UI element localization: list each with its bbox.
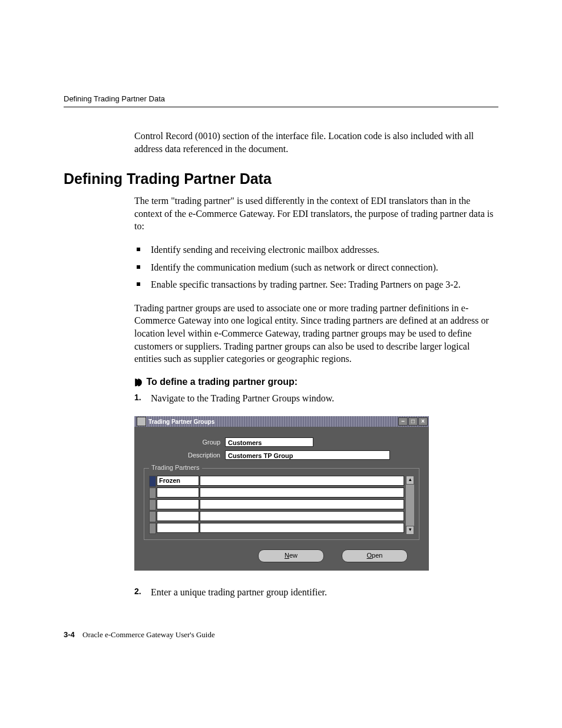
system-menu-icon[interactable] <box>137 417 146 426</box>
group-input[interactable]: Customers <box>225 437 313 447</box>
list-item: Identify sending and receiving electroni… <box>134 243 498 256</box>
table-row[interactable] <box>149 499 404 510</box>
description-input[interactable]: Customers TP Group <box>225 450 390 460</box>
partner-name-cell[interactable] <box>157 523 199 533</box>
row-selector-icon[interactable] <box>149 476 156 487</box>
paragraph-2: Trading partner groups are used to assoc… <box>64 302 498 365</box>
row-selector-icon[interactable] <box>149 511 156 522</box>
trading-partners-fieldset: Trading Partners Frozen Food <box>144 468 419 540</box>
row-selector-icon[interactable] <box>149 523 156 534</box>
scroll-down-icon[interactable]: ▾ <box>406 526 414 535</box>
procedure-title: To define a trading partner group: <box>146 377 297 387</box>
partner-desc-cell[interactable] <box>200 476 404 486</box>
new-button[interactable]: New <box>258 549 324 562</box>
description-label: Description <box>144 452 225 459</box>
paragraph-1: The term "trading partner" is used diffe… <box>64 195 498 233</box>
partner-desc-cell[interactable] <box>200 487 404 498</box>
row-selector-icon[interactable] <box>149 499 156 510</box>
partner-name-cell[interactable] <box>157 487 199 498</box>
partner-name-cell[interactable] <box>157 499 199 509</box>
step-1: Navigate to the Trading Partner Groups w… <box>134 392 498 405</box>
partner-name-cell[interactable]: Frozen Food <box>157 476 199 486</box>
open-button[interactable]: Open <box>342 549 408 562</box>
fieldset-legend: Trading Partners <box>149 464 202 471</box>
scroll-up-icon[interactable]: ▴ <box>406 476 414 485</box>
maximize-icon[interactable]: □ <box>408 417 418 426</box>
table-row[interactable] <box>149 511 404 522</box>
page-footer: 3-4 Oracle e-Commerce Gateway User's Gui… <box>64 630 215 640</box>
table-row[interactable]: Frozen Food <box>149 476 404 487</box>
book-title: Oracle e-Commerce Gateway User's Guide <box>82 630 215 639</box>
partner-name-cell[interactable] <box>157 511 199 521</box>
procedure-heading: ◗◗ To define a trading partner group: <box>134 376 498 387</box>
table-row[interactable] <box>149 487 404 499</box>
group-label: Group <box>144 439 225 446</box>
window-title: Trading Partner Groups <box>148 419 217 425</box>
section-heading: Defining Trading Partner Data <box>64 170 498 187</box>
table-row[interactable] <box>149 523 404 534</box>
page-number: 3-4 <box>64 630 75 639</box>
list-item: Identify the communication medium (such … <box>134 261 498 274</box>
close-icon[interactable]: × <box>418 417 428 426</box>
scrollbar[interactable]: ▴ ▾ <box>406 476 414 535</box>
partner-desc-cell[interactable] <box>200 499 404 509</box>
running-header: Defining Trading Partner Data <box>64 94 498 103</box>
header-rule <box>64 107 498 107</box>
partner-desc-cell[interactable] <box>200 511 404 521</box>
bullet-list: Identify sending and receiving electroni… <box>64 243 498 291</box>
window-titlebar[interactable]: Trading Partner Groups – □ × <box>134 416 429 427</box>
intro-paragraph: Control Record (0010) section of the int… <box>64 130 498 155</box>
minimize-icon[interactable]: – <box>398 417 408 426</box>
trading-partner-groups-window: Trading Partner Groups – □ × Group Custo… <box>134 416 429 571</box>
partner-desc-cell[interactable] <box>200 523 404 533</box>
arrow-icon: ◗◗ <box>134 377 140 387</box>
screenshot-figure: Trading Partner Groups – □ × Group Custo… <box>64 416 498 571</box>
row-selector-icon[interactable] <box>149 487 156 499</box>
list-item: Enable specific transactions by trading … <box>134 278 498 291</box>
step-2: Enter a unique trading partner group ide… <box>134 586 498 599</box>
